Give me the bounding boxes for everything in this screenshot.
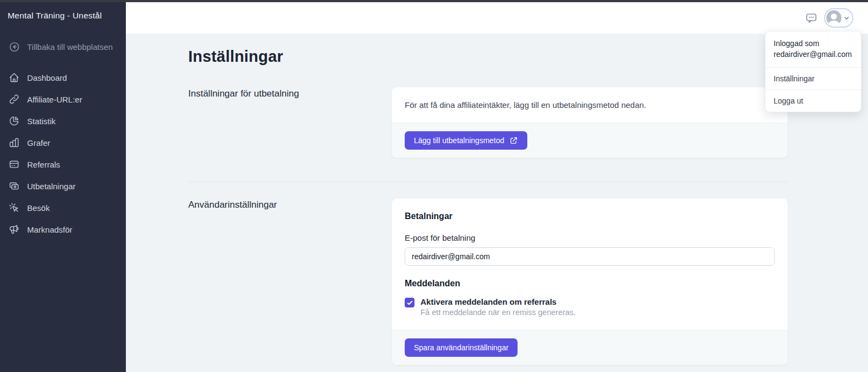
main-content: Inställningar Inställningar för utbetaln… — [126, 34, 868, 372]
sidebar-item-marknadsf-r[interactable]: Marknadsför — [8, 219, 118, 240]
sidebar-item-bes-k[interactable]: Besök — [8, 197, 118, 219]
avatar — [826, 10, 841, 25]
sidebar-nav: DashboardAffiliate-URL:erStatistikGrafer… — [8, 67, 118, 240]
chevron-down-icon — [843, 15, 850, 22]
user-menu-button[interactable] — [824, 8, 853, 28]
page-title: Inställningar — [188, 48, 788, 66]
sidebar-item-label: Statistik — [27, 117, 56, 126]
sidebar-title: Mental Träning - Unestål — [8, 11, 118, 21]
sidebar-item-label: Referrals — [27, 160, 60, 169]
menu-item-settings[interactable]: Inställningar — [765, 68, 861, 89]
signed-in-as-label: Inloggad som — [774, 39, 853, 49]
sidebar-item-label: Grafer — [27, 138, 50, 147]
link-icon — [9, 94, 20, 105]
add-payout-method-button[interactable]: Lägg till utbetalningsmetod — [405, 131, 527, 150]
user-dropdown-menu: Inloggad som redairdiver@gmail.com Instä… — [765, 31, 861, 112]
sidebar-item-label: Marknadsför — [27, 225, 72, 234]
referral-notifications-checkbox[interactable] — [405, 298, 414, 307]
user-settings-card: Betalningar E-post för betalning Meddela… — [392, 198, 788, 365]
payout-email-label: E-post för betalning — [405, 233, 775, 242]
back-to-website-link[interactable]: Tillbaka till webbplatsen — [8, 39, 118, 55]
payout-description: För att få dina affiliateintäkter, lägg … — [405, 100, 775, 110]
signed-in-as: Inloggad som redairdiver@gmail.com — [765, 31, 861, 67]
user-settings-section: Användarinställningar Betalningar E-post… — [188, 198, 788, 365]
sidebar-item-dashboard[interactable]: Dashboard — [8, 67, 118, 88]
sidebar-item-referrals[interactable]: Referrals — [8, 153, 118, 175]
add-payout-method-label: Lägg till utbetalningsmetod — [414, 136, 505, 145]
home-icon — [9, 72, 20, 83]
sidebar: Mental Träning - Unestål Tillbaka till w… — [0, 0, 126, 372]
payout-settings-section: Inställningar för utbetalning För att få… — [188, 87, 788, 158]
save-user-settings-label: Spara användarinställningar — [414, 343, 508, 352]
chat-icon[interactable] — [805, 11, 818, 24]
payout-email-input[interactable] — [405, 247, 775, 266]
sidebar-item-label: Utbetalningar — [27, 182, 75, 191]
sidebar-item-statistik[interactable]: Statistik — [8, 110, 118, 132]
sidebar-item-affiliate-url-er[interactable]: Affiliate-URL:er — [8, 88, 118, 110]
arrow-left-circle-icon — [9, 41, 20, 53]
cursor-click-icon — [9, 202, 20, 213]
sidebar-item-label: Dashboard — [27, 73, 67, 82]
section-divider — [188, 182, 788, 182]
payout-card: För att få dina affiliateintäkter, lägg … — [392, 87, 788, 158]
payout-section-label: Inställningar för utbetalning — [188, 87, 392, 158]
menu-item-logout[interactable]: Logga ut — [765, 90, 861, 112]
save-user-settings-button[interactable]: Spara användarinställningar — [405, 338, 518, 357]
app-window: Mental Träning - Unestål Tillbaka till w… — [0, 0, 868, 372]
topbar — [126, 2, 868, 34]
pie-chart-icon — [9, 116, 20, 126]
user-section-label: Användarinställningar — [188, 198, 392, 365]
signed-in-email: redairdiver@gmail.com — [774, 49, 853, 60]
sidebar-item-grafer[interactable]: Grafer — [8, 132, 118, 153]
back-to-website-label: Tillbaka till webbplatsen — [27, 42, 113, 52]
credit-card-icon — [9, 159, 20, 170]
sidebar-item-utbetalningar[interactable]: Utbetalningar — [8, 175, 118, 197]
megaphone-icon — [9, 224, 20, 235]
sidebar-item-label: Besök — [27, 203, 50, 213]
browser-top-strip — [0, 0, 868, 2]
notifications-heading: Meddelanden — [405, 279, 775, 288]
sidebar-item-label: Affiliate-URL:er — [27, 95, 82, 104]
checkbox-label: Aktivera meddelanden om referrals — [420, 297, 576, 306]
external-link-icon — [509, 136, 518, 145]
payments-heading: Betalningar — [405, 211, 775, 221]
cash-icon — [9, 181, 20, 191]
checkbox-description: Få ett meddelande när en remiss generera… — [420, 308, 576, 317]
bar-chart-icon — [9, 137, 20, 148]
